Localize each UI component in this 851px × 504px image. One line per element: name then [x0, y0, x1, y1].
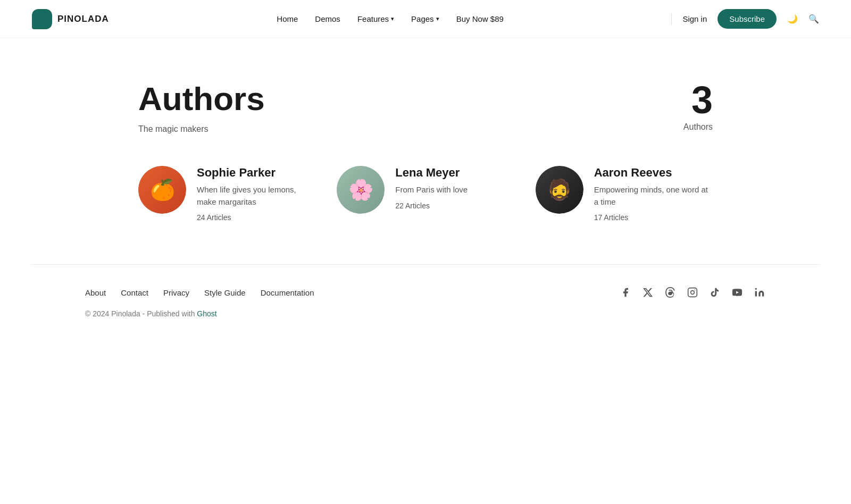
page-subtitle: The magic makers — [138, 124, 265, 134]
author-name: Sophie Parker — [197, 166, 315, 180]
svg-rect-4 — [755, 291, 757, 297]
nav-divider — [671, 14, 672, 24]
footer-link[interactable]: Documentation — [261, 288, 314, 297]
author-bio: Empowering minds, one word at a time — [594, 184, 713, 208]
youtube-icon[interactable] — [731, 286, 744, 299]
authors-count: 3 — [683, 81, 713, 119]
hero-left: Authors The magic makers — [138, 81, 265, 134]
authors-count-label: Authors — [683, 122, 713, 132]
hero-right: 3 Authors — [683, 81, 713, 132]
author-card[interactable]: 🌸 Lena Meyer From Paris with love 22 Art… — [337, 166, 514, 222]
x-twitter-icon[interactable] — [641, 286, 654, 299]
footer-link[interactable]: Style Guide — [204, 288, 246, 297]
author-articles: 24 Articles — [197, 213, 315, 222]
author-info: Lena Meyer From Paris with love 22 Artic… — [395, 166, 468, 210]
author-name: Aaron Reeves — [594, 166, 713, 180]
nav-features[interactable]: Features ▾ — [357, 14, 394, 23]
footer-link[interactable]: About — [85, 288, 106, 297]
dark-mode-icon[interactable]: 🌙 — [787, 14, 798, 24]
authors-grid: 🍊 Sophie Parker When life gives you lemo… — [138, 166, 713, 222]
threads-icon[interactable] — [664, 286, 677, 299]
footer-bottom: © 2024 Pinolada - Published with Ghost — [85, 309, 766, 318]
svg-point-1 — [691, 291, 695, 295]
logo[interactable]: PINOLADA — [32, 9, 109, 29]
author-card[interactable]: 🧔 Aaron Reeves Empowering minds, one wor… — [536, 166, 713, 222]
nav-home[interactable]: Home — [277, 14, 298, 23]
copyright-text: © 2024 Pinolada - Published with — [85, 309, 197, 318]
nav-pages[interactable]: Pages ▾ — [411, 14, 439, 23]
page-hero: Authors The magic makers 3 Authors — [106, 38, 745, 166]
chevron-down-icon: ▾ — [436, 15, 439, 22]
authors-section: 🍊 Sophie Parker When life gives you lemo… — [106, 166, 745, 264]
author-bio: From Paris with love — [395, 184, 468, 196]
search-icon[interactable]: 🔍 — [808, 14, 819, 24]
footer-links: AboutContactPrivacyStyle GuideDocumentat… — [85, 288, 314, 297]
author-card[interactable]: 🍊 Sophie Parker When life gives you lemo… — [138, 166, 315, 222]
subscribe-button[interactable]: Subscribe — [717, 9, 777, 29]
chevron-down-icon: ▾ — [391, 15, 394, 22]
page-footer: AboutContactPrivacyStyle GuideDocumentat… — [53, 265, 798, 334]
author-name: Lena Meyer — [395, 166, 468, 180]
nav-actions: Sign in Subscribe 🌙 🔍 — [671, 9, 819, 29]
footer-social — [619, 286, 766, 299]
author-articles: 17 Articles — [594, 213, 713, 222]
author-articles: 22 Articles — [395, 201, 468, 210]
footer-link[interactable]: Contact — [121, 288, 148, 297]
logo-icon — [32, 9, 52, 29]
author-avatar: 🍊 — [138, 166, 186, 214]
svg-rect-0 — [688, 288, 697, 297]
facebook-icon[interactable] — [619, 286, 632, 299]
author-avatar: 🧔 — [536, 166, 583, 214]
author-bio: When life gives you lemons, make margari… — [197, 184, 315, 208]
page-title: Authors — [138, 81, 265, 117]
author-info: Aaron Reeves Empowering minds, one word … — [594, 166, 713, 222]
tiktok-icon[interactable] — [708, 286, 721, 299]
nav-buy[interactable]: Buy Now $89 — [456, 14, 504, 23]
nav-links: Home Demos Features ▾ Pages ▾ Buy Now $8… — [277, 14, 504, 23]
footer-top: AboutContactPrivacyStyle GuideDocumentat… — [85, 286, 766, 299]
instagram-icon[interactable] — [686, 286, 699, 299]
brand-name: PINOLADA — [57, 14, 109, 24]
sign-in-link[interactable]: Sign in — [682, 14, 707, 23]
footer-link[interactable]: Privacy — [163, 288, 189, 297]
svg-point-5 — [755, 288, 757, 290]
ghost-link[interactable]: Ghost — [197, 309, 216, 318]
nav-demos[interactable]: Demos — [315, 14, 340, 23]
navbar: PINOLADA Home Demos Features ▾ Pages ▾ B… — [0, 0, 851, 38]
linkedin-icon[interactable] — [753, 286, 766, 299]
author-avatar: 🌸 — [337, 166, 385, 214]
author-info: Sophie Parker When life gives you lemons… — [197, 166, 315, 222]
svg-point-2 — [695, 290, 696, 291]
